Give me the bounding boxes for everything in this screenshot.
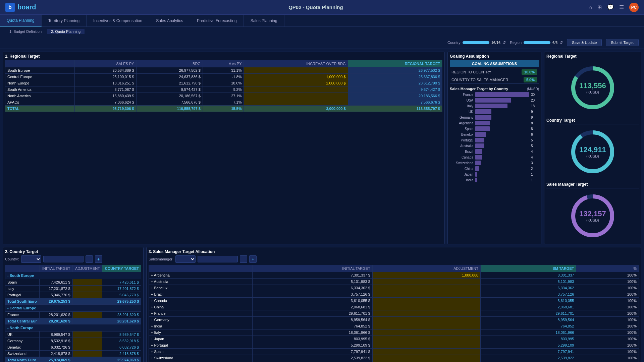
sm-initial: 7,301,337 $ <box>253 272 373 279</box>
country-adj[interactable] <box>72 312 102 318</box>
country-initial: 8,532,918 $ <box>40 338 72 344</box>
tab-sales-analytics[interactable]: Sales Analytics <box>149 15 190 26</box>
save-update-button[interactable]: Save & Update <box>567 39 602 46</box>
sm-adj[interactable] <box>372 355 480 361</box>
bar-label: Japan <box>450 173 473 176</box>
country-adj[interactable] <box>72 344 102 351</box>
chat-icon[interactable]: 💬 <box>607 4 614 10</box>
tab-predictive[interactable]: Predictive Forecasting <box>190 15 244 26</box>
country-adj[interactable] <box>72 279 102 286</box>
sm-adj[interactable] <box>372 304 480 310</box>
grid-icon[interactable]: ⊞ <box>597 4 602 10</box>
country-total-target: 28,201,620 $ <box>102 318 141 324</box>
bottom-row: 2. Country Target Country: = + INITIAL T… <box>3 247 641 362</box>
bar-fill <box>475 138 484 142</box>
country-target: 5,046,770 $ <box>102 292 141 298</box>
sm-adj[interactable]: 1,000,000 <box>372 272 480 279</box>
sm-initial: 5,299,109 $ <box>253 342 373 349</box>
tab-territory-planning[interactable]: Territory Planning <box>42 15 87 26</box>
increase-cell[interactable]: 1,000,000 $ <box>244 74 348 80</box>
bar-fill <box>475 149 482 154</box>
regional-row: TOTAL 95,719,306 $ 110,555,797 $ 15.5% 3… <box>5 106 442 112</box>
country-adj[interactable] <box>72 351 102 357</box>
bar-fill <box>475 132 486 137</box>
bar-row: Australia 5 <box>450 143 539 148</box>
subnav-quota[interactable]: 2. Quota Planning <box>47 29 85 34</box>
bar-value: 20 <box>531 99 539 102</box>
submit-target-button[interactable]: Submit Target <box>606 39 639 46</box>
bar-label: Switzerland <box>450 161 473 165</box>
increase-cell[interactable] <box>244 67 348 74</box>
increase-cell[interactable] <box>244 93 348 99</box>
regional-target-val: 7,566,676 $ <box>348 99 442 106</box>
sales-py-val: 15,880,439 $ <box>74 93 136 99</box>
sm-adj[interactable] <box>372 317 480 323</box>
country-adj[interactable] <box>72 338 102 344</box>
sm-adj[interactable] <box>372 298 480 304</box>
country-row: Switzerland 2,418,878 $ 2,418,878 $ <box>5 351 141 357</box>
sm-pct: 100% <box>576 298 639 304</box>
increase-cell[interactable] <box>244 86 348 93</box>
country-refresh-icon[interactable]: ↺ <box>502 40 506 45</box>
bar-fill <box>475 143 484 148</box>
increase-cell[interactable] <box>244 99 348 106</box>
bdg-val: 9,574,427 $ <box>136 86 203 93</box>
app-title: QP02 - Quota Planning <box>43 4 589 10</box>
country-row: Germany 8,532,918 $ 8,532,918 $ <box>5 338 141 344</box>
menu-icon[interactable]: ☰ <box>619 4 624 10</box>
subnav-budget[interactable]: 1. Budget Definition <box>5 29 46 34</box>
country-adj[interactable] <box>72 286 102 292</box>
bdg-val: 7,566,676 $ <box>136 99 203 106</box>
bar-label: China <box>450 167 473 171</box>
bar-value: 2 <box>531 167 539 171</box>
sm-adj[interactable] <box>372 349 480 355</box>
tab-sales-planning[interactable]: Sales Planning <box>244 15 284 26</box>
region-refresh-icon[interactable]: ↺ <box>559 40 563 45</box>
country-filter-add-btn[interactable]: + <box>95 255 102 263</box>
sm-initial: 5,101,983 $ <box>253 279 373 285</box>
increase-cell[interactable]: 2,000,000 $ <box>244 80 348 86</box>
sm-filter-add-btn[interactable]: + <box>249 255 257 263</box>
sm-adj[interactable] <box>372 291 480 298</box>
bar-fill <box>475 115 491 120</box>
regional-target-val: 9,574,427 $ <box>348 86 442 93</box>
country-adj[interactable] <box>72 331 102 338</box>
tab-quota-planning[interactable]: Quota Planning <box>0 15 42 26</box>
sm-filter-eq-btn[interactable]: = <box>240 255 247 263</box>
sm-name: + Argentina <box>149 272 253 279</box>
sm-col-initial: INITIAL TARGET <box>253 265 373 272</box>
country-search-input[interactable] <box>43 256 84 262</box>
sm-adj[interactable] <box>372 323 480 329</box>
country-filter-eq-btn[interactable]: = <box>86 255 93 263</box>
home-icon[interactable]: ⌂ <box>589 4 592 10</box>
sm-adj[interactable] <box>372 285 480 291</box>
tab-incentives[interactable]: Incentives & Compensation <box>87 15 149 26</box>
country-adj[interactable] <box>72 292 102 298</box>
sm-adj[interactable] <box>372 310 480 317</box>
bar-label: France <box>450 93 473 97</box>
increase-cell[interactable]: 3,000,000 $ <box>244 106 348 112</box>
country-name: Italy <box>5 286 40 292</box>
bar-row: Switzerland 3 <box>450 161 539 165</box>
bar-row: Portugal 5 <box>450 138 539 142</box>
bar-row: Brazil 4 <box>450 149 539 154</box>
delta-val: 9.2% <box>203 86 244 93</box>
sm-adj[interactable] <box>372 336 480 342</box>
sm-initial: 18,061,966 $ <box>253 329 373 336</box>
delta-val: 15.5% <box>203 106 244 112</box>
sm-adj[interactable] <box>372 279 480 285</box>
sm-target: 3,757,126 <box>481 291 576 298</box>
country-select[interactable] <box>21 255 41 263</box>
logo-text: board <box>17 3 36 11</box>
goaling-row-label: COUNTRY TO SALES MANAGER <box>451 78 508 82</box>
logo: b board <box>5 3 36 12</box>
sm-search-input[interactable] <box>198 256 238 262</box>
goaling-section: Goaling Assumption GOALING ASSUMPTIONS R… <box>447 52 541 244</box>
bdg-val: 20,186,567 $ <box>136 93 203 99</box>
sm-adj[interactable] <box>372 329 480 336</box>
sm-adj[interactable] <box>372 342 480 349</box>
sm-select[interactable] <box>175 255 196 263</box>
region-name: APACs <box>5 99 75 106</box>
filterbar: Country 16/16 ↺ Region 6/6 ↺ Save & Upda… <box>0 36 644 49</box>
user-avatar[interactable]: PC <box>629 3 639 12</box>
